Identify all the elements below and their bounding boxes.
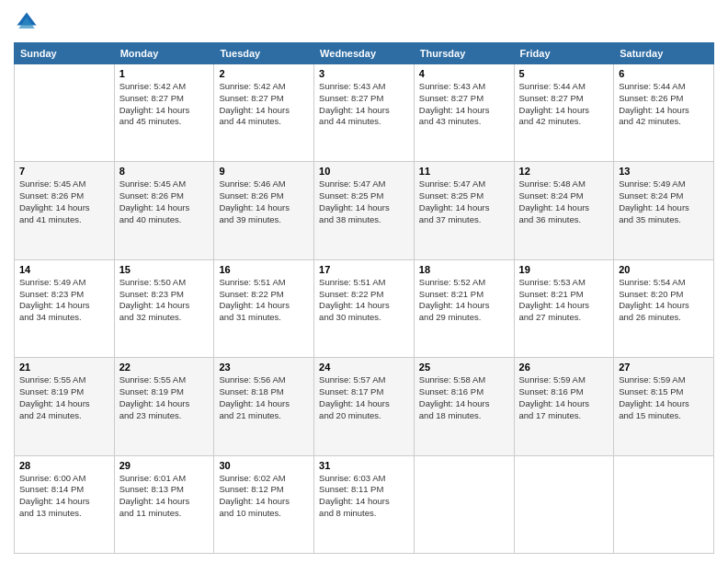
calendar-cell: 17Sunrise: 5:51 AM Sunset: 8:22 PM Dayli…: [314, 259, 415, 357]
day-info: Sunrise: 5:44 AM Sunset: 8:26 PM Dayligh…: [619, 81, 709, 128]
calendar-cell: 26Sunrise: 5:59 AM Sunset: 8:16 PM Dayli…: [514, 358, 614, 455]
day-number: 31: [319, 460, 409, 471]
day-info: Sunrise: 5:50 AM Sunset: 8:23 PM Dayligh…: [119, 277, 210, 324]
calendar-cell: 1Sunrise: 5:42 AM Sunset: 8:27 PM Daylig…: [114, 64, 214, 162]
day-info: Sunrise: 5:43 AM Sunset: 8:27 PM Dayligh…: [419, 81, 509, 128]
page: SundayMondayTuesdayWednesdayThursdayFrid…: [0, 0, 728, 563]
day-number: 29: [119, 460, 210, 471]
day-info: Sunrise: 5:59 AM Sunset: 8:15 PM Dayligh…: [619, 374, 709, 421]
weekday-header-tuesday: Tuesday: [214, 43, 314, 64]
day-number: 4: [419, 68, 509, 79]
day-number: 2: [219, 68, 309, 79]
calendar-cell: 15Sunrise: 5:50 AM Sunset: 8:23 PM Dayli…: [114, 259, 214, 357]
calendar-cell: 30Sunrise: 6:02 AM Sunset: 8:12 PM Dayli…: [214, 455, 314, 553]
calendar-cell: 11Sunrise: 5:47 AM Sunset: 8:25 PM Dayli…: [414, 162, 514, 259]
day-info: Sunrise: 5:57 AM Sunset: 8:17 PM Dayligh…: [319, 374, 409, 421]
calendar-cell: [614, 455, 714, 553]
calendar-cell: 29Sunrise: 6:01 AM Sunset: 8:13 PM Dayli…: [114, 455, 214, 553]
calendar-week-row: 21Sunrise: 5:55 AM Sunset: 8:19 PM Dayli…: [15, 358, 714, 455]
day-info: Sunrise: 5:51 AM Sunset: 8:22 PM Dayligh…: [319, 277, 409, 324]
day-number: 21: [19, 362, 109, 373]
calendar-table: SundayMondayTuesdayWednesdayThursdayFrid…: [14, 42, 714, 554]
weekday-header-thursday: Thursday: [414, 43, 514, 64]
day-info: Sunrise: 5:44 AM Sunset: 8:27 PM Dayligh…: [519, 81, 609, 128]
day-number: 22: [119, 362, 210, 373]
calendar-cell: 3Sunrise: 5:43 AM Sunset: 8:27 PM Daylig…: [314, 64, 415, 162]
day-number: 3: [319, 68, 409, 79]
day-info: Sunrise: 5:45 AM Sunset: 8:26 PM Dayligh…: [119, 178, 210, 225]
day-number: 9: [219, 166, 309, 177]
calendar-cell: 20Sunrise: 5:54 AM Sunset: 8:20 PM Dayli…: [614, 259, 714, 357]
weekday-header-friday: Friday: [514, 43, 614, 64]
day-info: Sunrise: 5:58 AM Sunset: 8:16 PM Dayligh…: [419, 374, 509, 421]
calendar-cell: 9Sunrise: 5:46 AM Sunset: 8:26 PM Daylig…: [214, 162, 314, 259]
calendar-cell: 8Sunrise: 5:45 AM Sunset: 8:26 PM Daylig…: [114, 162, 214, 259]
day-number: 15: [119, 264, 210, 275]
calendar-cell: 2Sunrise: 5:42 AM Sunset: 8:27 PM Daylig…: [214, 64, 314, 162]
calendar-cell: 10Sunrise: 5:47 AM Sunset: 8:25 PM Dayli…: [314, 162, 415, 259]
day-number: 6: [619, 68, 709, 79]
weekday-header-row: SundayMondayTuesdayWednesdayThursdayFrid…: [15, 43, 714, 64]
calendar-cell: 31Sunrise: 6:03 AM Sunset: 8:11 PM Dayli…: [314, 455, 415, 553]
calendar-cell: 12Sunrise: 5:48 AM Sunset: 8:24 PM Dayli…: [514, 162, 614, 259]
day-number: 13: [619, 166, 709, 177]
calendar-cell: 22Sunrise: 5:55 AM Sunset: 8:19 PM Dayli…: [114, 358, 214, 455]
day-info: Sunrise: 5:47 AM Sunset: 8:25 PM Dayligh…: [319, 178, 409, 225]
calendar-cell: [414, 455, 514, 553]
calendar-cell: 4Sunrise: 5:43 AM Sunset: 8:27 PM Daylig…: [414, 64, 514, 162]
day-number: 18: [419, 264, 509, 275]
day-number: 8: [119, 166, 210, 177]
day-info: Sunrise: 5:49 AM Sunset: 8:23 PM Dayligh…: [19, 277, 109, 324]
day-info: Sunrise: 5:56 AM Sunset: 8:18 PM Dayligh…: [219, 374, 309, 421]
day-info: Sunrise: 6:02 AM Sunset: 8:12 PM Dayligh…: [219, 473, 309, 520]
day-info: Sunrise: 5:55 AM Sunset: 8:19 PM Dayligh…: [19, 374, 109, 421]
day-info: Sunrise: 5:49 AM Sunset: 8:24 PM Dayligh…: [619, 178, 709, 225]
calendar-week-row: 7Sunrise: 5:45 AM Sunset: 8:26 PM Daylig…: [15, 162, 714, 259]
weekday-header-sunday: Sunday: [15, 43, 115, 64]
weekday-header-monday: Monday: [114, 43, 214, 64]
day-number: 30: [219, 460, 309, 471]
day-number: 23: [219, 362, 309, 373]
day-info: Sunrise: 5:43 AM Sunset: 8:27 PM Dayligh…: [319, 81, 409, 128]
day-info: Sunrise: 5:42 AM Sunset: 8:27 PM Dayligh…: [219, 81, 309, 128]
day-number: 17: [319, 264, 409, 275]
calendar-cell: 21Sunrise: 5:55 AM Sunset: 8:19 PM Dayli…: [15, 358, 115, 455]
logo: [14, 9, 43, 35]
logo-icon: [14, 9, 40, 35]
calendar-cell: 5Sunrise: 5:44 AM Sunset: 8:27 PM Daylig…: [514, 64, 614, 162]
day-number: 5: [519, 68, 609, 79]
day-number: 19: [519, 264, 609, 275]
day-info: Sunrise: 5:55 AM Sunset: 8:19 PM Dayligh…: [119, 374, 210, 421]
day-info: Sunrise: 5:48 AM Sunset: 8:24 PM Dayligh…: [519, 178, 609, 225]
calendar-week-row: 14Sunrise: 5:49 AM Sunset: 8:23 PM Dayli…: [15, 259, 714, 357]
calendar-cell: 18Sunrise: 5:52 AM Sunset: 8:21 PM Dayli…: [414, 259, 514, 357]
day-number: 7: [19, 166, 109, 177]
calendar-week-row: 28Sunrise: 6:00 AM Sunset: 8:14 PM Dayli…: [15, 455, 714, 553]
day-number: 26: [519, 362, 609, 373]
header: [14, 9, 714, 35]
day-info: Sunrise: 5:53 AM Sunset: 8:21 PM Dayligh…: [519, 277, 609, 324]
weekday-header-saturday: Saturday: [614, 43, 714, 64]
calendar-cell: 7Sunrise: 5:45 AM Sunset: 8:26 PM Daylig…: [15, 162, 115, 259]
day-info: Sunrise: 5:42 AM Sunset: 8:27 PM Dayligh…: [119, 81, 210, 128]
day-number: 10: [319, 166, 409, 177]
calendar-cell: 19Sunrise: 5:53 AM Sunset: 8:21 PM Dayli…: [514, 259, 614, 357]
day-info: Sunrise: 5:52 AM Sunset: 8:21 PM Dayligh…: [419, 277, 509, 324]
day-info: Sunrise: 5:51 AM Sunset: 8:22 PM Dayligh…: [219, 277, 309, 324]
calendar-cell: 28Sunrise: 6:00 AM Sunset: 8:14 PM Dayli…: [15, 455, 115, 553]
calendar-cell: [514, 455, 614, 553]
day-number: 25: [419, 362, 509, 373]
weekday-header-wednesday: Wednesday: [314, 43, 415, 64]
calendar-cell: [15, 64, 115, 162]
day-info: Sunrise: 6:00 AM Sunset: 8:14 PM Dayligh…: [19, 473, 109, 520]
day-number: 24: [319, 362, 409, 373]
calendar-cell: 13Sunrise: 5:49 AM Sunset: 8:24 PM Dayli…: [614, 162, 714, 259]
day-info: Sunrise: 5:45 AM Sunset: 8:26 PM Dayligh…: [19, 178, 109, 225]
calendar-cell: 23Sunrise: 5:56 AM Sunset: 8:18 PM Dayli…: [214, 358, 314, 455]
calendar-cell: 14Sunrise: 5:49 AM Sunset: 8:23 PM Dayli…: [15, 259, 115, 357]
calendar-cell: 24Sunrise: 5:57 AM Sunset: 8:17 PM Dayli…: [314, 358, 415, 455]
day-number: 16: [219, 264, 309, 275]
calendar-cell: 6Sunrise: 5:44 AM Sunset: 8:26 PM Daylig…: [614, 64, 714, 162]
day-info: Sunrise: 5:59 AM Sunset: 8:16 PM Dayligh…: [519, 374, 609, 421]
calendar-week-row: 1Sunrise: 5:42 AM Sunset: 8:27 PM Daylig…: [15, 64, 714, 162]
